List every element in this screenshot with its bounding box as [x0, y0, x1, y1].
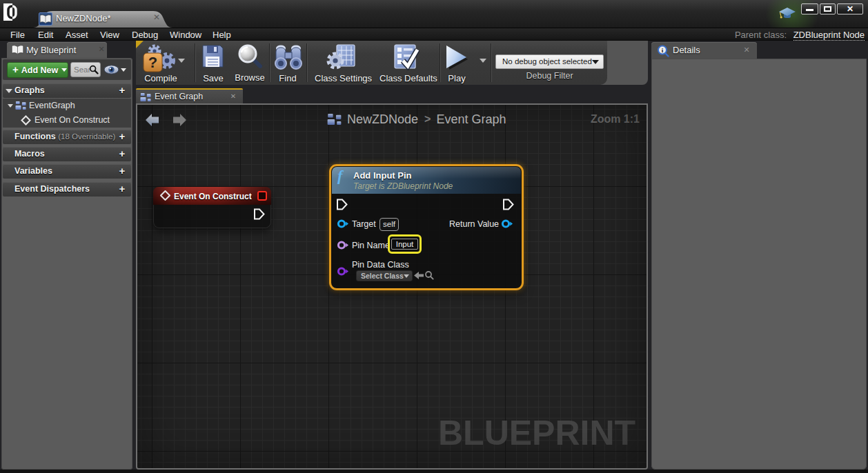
event-graph-tab[interactable]: Event Graph ✕	[136, 88, 243, 103]
browse-button[interactable]: Browse	[237, 43, 264, 83]
toolbar-separator	[440, 43, 440, 82]
event-graph-tab-close-icon[interactable]: ✕	[229, 92, 237, 101]
toolbar-separator	[306, 43, 307, 82]
menu-help[interactable]: Help	[213, 30, 231, 40]
details-tab[interactable]: i Details ✕	[651, 42, 757, 59]
section-functions-label: Functions (18 Overridable)	[14, 132, 115, 141]
search-box[interactable]	[70, 62, 101, 77]
browse-label: Browse	[232, 72, 268, 83]
menu-debug[interactable]: Debug	[132, 30, 158, 40]
window-maximize-button[interactable]	[820, 3, 836, 14]
compile-options-caret[interactable]	[178, 59, 185, 63]
menu-window[interactable]: Window	[170, 30, 201, 40]
parent-class-label: Parent class:	[735, 30, 787, 40]
tree-row-event-on-construct[interactable]: Event On Construct	[3, 113, 131, 128]
class-defaults-icon	[392, 44, 420, 70]
menu-bar: File Edit Asset View Debug Window Help P…	[0, 28, 868, 41]
toolbar-separator	[491, 43, 491, 82]
add-function-button[interactable]: +	[117, 131, 128, 142]
window-bottom-edge	[0, 470, 868, 473]
debug-object-dropdown[interactable]: No debug object selected	[495, 54, 604, 69]
section-variables[interactable]: Variables +	[3, 164, 131, 179]
section-macros[interactable]: Macros +	[3, 147, 131, 161]
parent-class-info: Parent class: ZDBlueprint Node	[735, 30, 865, 40]
class-defaults-label: Class Defaults	[379, 73, 435, 83]
eventgraph-icon	[15, 101, 26, 110]
unreal-blueprint-editor-window: NewZDNode* ✕ ✕ File Edit Asset View Debu…	[0, 0, 868, 473]
my-blueprint-tab-label[interactable]: My Blueprint	[26, 45, 76, 55]
save-icon	[201, 44, 224, 69]
add-macro-button[interactable]: +	[117, 148, 128, 159]
document-tab-asset-icon	[39, 12, 52, 26]
menu-file[interactable]: File	[10, 30, 25, 40]
add-variable-button[interactable]: +	[117, 165, 128, 177]
toolbar-active-corner-marker	[136, 41, 144, 48]
window-minimize-button[interactable]	[801, 3, 818, 14]
minimize-icon	[806, 9, 813, 11]
details-tab-label: Details	[673, 45, 700, 55]
my-blueprint-panel: + Add New Graphs	[1, 58, 132, 470]
find-icon	[275, 44, 302, 70]
play-label: Play	[444, 73, 470, 83]
add-new-button[interactable]: + Add New	[7, 62, 68, 78]
debug-object-dropdown-value: No debug object selected	[502, 57, 592, 66]
menu-asset[interactable]: Asset	[66, 30, 88, 40]
graph-viewport[interactable]: BLUEPRINT NewZDNode > Event Graph Zoom 1…	[136, 103, 648, 470]
add-graph-button[interactable]: +	[117, 85, 128, 96]
play-button[interactable]: Play	[444, 44, 470, 84]
find-label: Find	[271, 73, 304, 83]
my-blueprint-tab-icon	[11, 44, 24, 56]
document-tab-close-icon[interactable]: ✕	[152, 12, 161, 22]
close-icon: ✕	[847, 6, 854, 12]
parent-class-link[interactable]: ZDBlueprint Node	[793, 30, 865, 41]
document-tab-label[interactable]: NewZDNode*	[56, 13, 152, 26]
class-settings-button[interactable]: Class Settings	[315, 44, 370, 84]
tree-row-eventgraph-label[interactable]: EventGraph	[29, 101, 75, 110]
title-bar: NewZDNode* ✕ ✕	[0, 0, 868, 28]
eye-icon[interactable]	[103, 65, 119, 74]
tree-row-eventgraph[interactable]: EventGraph	[3, 99, 131, 113]
maximize-icon	[824, 6, 831, 12]
menu-view[interactable]: View	[100, 30, 119, 40]
window-close-button[interactable]: ✕	[837, 3, 863, 14]
section-event-dispatchers-label: Event Dispatchers	[14, 184, 90, 194]
graduation-cap-icon[interactable]	[779, 8, 796, 20]
section-functions[interactable]: Functions (18 Overridable) +	[3, 130, 131, 144]
compile-button[interactable]: ? Compile	[143, 44, 179, 84]
main-toolbar: ? Compile Save	[136, 41, 607, 85]
details-panel-body	[651, 59, 867, 470]
my-blueprint-toolbar: + Add New	[3, 59, 131, 80]
view-options-caret[interactable]	[121, 68, 126, 72]
tree-row-event-on-construct-label[interactable]: Event On Construct	[34, 115, 110, 125]
event-graph-tab-label: Event Graph	[155, 92, 203, 101]
graph-vignette	[137, 105, 647, 468]
section-functions-extra: (18 Overridable)	[58, 132, 115, 141]
browse-icon	[237, 43, 263, 70]
debug-dropdown-caret	[592, 60, 599, 64]
class-defaults-button[interactable]: Class Defaults	[379, 44, 435, 84]
add-new-label: Add New	[21, 66, 58, 75]
play-icon	[444, 44, 470, 70]
compile-label: Compile	[139, 73, 183, 83]
event-graph-tab-icon	[140, 92, 151, 102]
add-new-caret	[61, 68, 67, 72]
search-icon	[89, 65, 99, 74]
save-button[interactable]: Save	[201, 44, 226, 84]
unreal-engine-logo-icon	[3, 3, 21, 21]
menu-edit[interactable]: Edit	[38, 30, 53, 40]
debug-filter-label: Debug Filter	[495, 71, 604, 81]
collapse-triangle-icon[interactable]	[8, 104, 13, 108]
plus-icon: +	[12, 63, 19, 77]
save-label: Save	[195, 73, 231, 83]
play-options-caret[interactable]	[480, 59, 486, 63]
details-tab-close-icon[interactable]: ✕	[742, 46, 751, 54]
svg-text:?: ?	[148, 54, 157, 71]
add-event-dispatcher-button[interactable]: +	[117, 183, 128, 194]
section-graphs[interactable]: Graphs +	[3, 83, 131, 98]
toolbar-separator	[269, 43, 270, 82]
find-button[interactable]: Find	[275, 44, 301, 84]
details-info-icon: i	[657, 45, 669, 57]
my-blueprint-tab-close-icon[interactable]: ✕	[97, 45, 106, 53]
section-event-dispatchers[interactable]: Event Dispatchers +	[3, 182, 131, 197]
collapse-triangle-icon[interactable]	[6, 89, 12, 93]
